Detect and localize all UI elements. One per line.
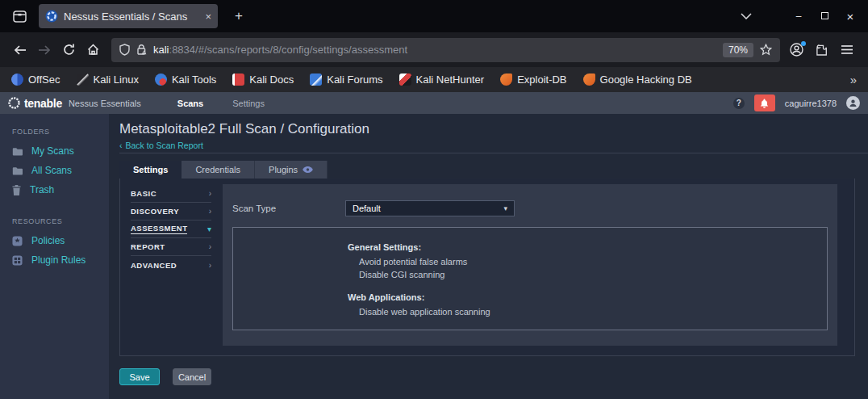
sidebar-item-policies[interactable]: Policies [0, 231, 109, 250]
bookmarks-overflow-icon[interactable]: » [850, 73, 857, 86]
sidebar-item-plugin-rules[interactable]: Plugin Rules [0, 250, 109, 270]
summary-heading: General Settings: [348, 242, 827, 252]
minimize-button[interactable]: – [786, 10, 812, 22]
back-to-scan-report-link[interactable]: ‹ Back to Scan Report [119, 141, 868, 150]
url-text[interactable]: kali:8834/#/scans/reports/8/config/setti… [153, 44, 716, 56]
summary-heading: Web Applications: [348, 292, 827, 302]
tab-close-icon[interactable]: × [205, 10, 211, 23]
help-icon[interactable]: ? [733, 98, 745, 109]
tab-label: Plugins [269, 165, 298, 174]
bookmark-exploit-db[interactable]: Exploit-DB [500, 74, 566, 86]
maximize-icon [821, 12, 828, 19]
sidebar-item-trash[interactable]: Trash [0, 180, 109, 200]
scan-type-dropdown[interactable]: Default ▾ [345, 200, 515, 216]
save-button[interactable]: Save [119, 368, 160, 385]
scan-type-value: Default [353, 204, 381, 213]
settings-nav-label: DISCOVERY [131, 207, 179, 216]
close-button[interactable]: × [837, 10, 863, 23]
new-tab-button[interactable]: + [229, 8, 248, 24]
tab-label: Credentials [195, 165, 240, 174]
bookmark-kali-tools[interactable]: Kali Tools [155, 74, 216, 86]
tab-label: Settings [133, 165, 168, 174]
lock-warning-icon[interactable] [136, 44, 147, 56]
summary-group-general: General Settings: Avoid potential false … [348, 242, 827, 281]
kali-tools-icon [155, 74, 167, 86]
reload-icon[interactable] [56, 38, 81, 62]
notifications-bell-button[interactable] [754, 94, 775, 111]
nessus-nav: Scans Settings [177, 99, 265, 108]
bookmark-label: Kali Forums [327, 74, 382, 86]
offsec-icon [11, 74, 23, 86]
username[interactable]: caguirre1378 [785, 99, 837, 108]
settings-summary-box: General Settings: Avoid potential false … [232, 227, 828, 330]
settings-nav: BASIC › DISCOVERY › ASSESSMENT ▾ REPORT … [131, 185, 211, 274]
forward-icon[interactable] [32, 38, 56, 62]
bookmark-kali-forums[interactable]: Kali Forums [310, 74, 382, 86]
shield-icon[interactable] [119, 44, 130, 56]
tab-plugins[interactable]: Plugins [255, 161, 328, 178]
user-avatar-icon[interactable] [846, 96, 860, 110]
bookmark-kali-docs[interactable]: Kali Docs [232, 74, 294, 86]
zoom-level-badge[interactable]: 70% [723, 43, 753, 57]
url-bar[interactable]: kali:8834/#/scans/reports/8/config/setti… [111, 38, 780, 62]
tenable-logo[interactable]: tenable Nessus Essentials [8, 97, 141, 110]
folder-icon [12, 147, 23, 156]
maximize-button[interactable] [812, 10, 837, 22]
bookmark-kali-linux[interactable]: Kali Linux [77, 74, 139, 86]
nav-scans[interactable]: Scans [177, 99, 203, 108]
tab-settings[interactable]: Settings [119, 161, 182, 178]
browser-toolbar: kali:8834/#/scans/reports/8/config/setti… [0, 32, 868, 67]
page-header: Metasploitable2 Full Scan / Configuratio… [119, 114, 868, 153]
settings-nav-label: REPORT [131, 242, 165, 251]
back-chevron-icon: ‹ [119, 141, 123, 150]
cancel-button[interactable]: Cancel [173, 368, 211, 385]
nav-settings[interactable]: Settings [232, 99, 265, 108]
settings-nav-label: ASSESSMENT [131, 224, 187, 234]
sidebar-item-my-scans[interactable]: My Scans [0, 141, 109, 161]
bookmark-kali-nethunter[interactable]: Kali NetHunter [399, 74, 485, 86]
policies-badge-icon [12, 236, 23, 246]
home-icon[interactable] [81, 38, 105, 62]
account-icon[interactable] [790, 43, 803, 57]
browser-tab[interactable]: Nessus Essentials / Scans × [39, 4, 218, 28]
extensions-puzzle-icon[interactable] [816, 44, 828, 57]
summary-item: Disable CGI scanning [359, 268, 827, 281]
bookmark-star-icon[interactable] [760, 44, 772, 56]
sidebar-item-all-scans[interactable]: All Scans [0, 161, 109, 180]
bookmark-google-hacking-db[interactable]: Google Hacking DB [583, 74, 692, 86]
bookmark-label: Kali NetHunter [416, 74, 485, 86]
settings-nav-basic[interactable]: BASIC › [131, 185, 211, 203]
bookmark-label: Exploit-DB [517, 74, 566, 86]
assessment-form: Scan Type Default ▾ General Settings: Av… [223, 184, 837, 346]
nessus-favicon [45, 10, 58, 23]
summary-group-web-applications: Web Applications: Disable web applicatio… [348, 292, 827, 318]
back-icon[interactable] [8, 38, 32, 62]
settings-nav-report[interactable]: REPORT › [131, 238, 211, 256]
chevron-right-icon: › [209, 261, 211, 270]
firefox-view-icon[interactable] [10, 6, 29, 26]
tenable-ring-icon [8, 97, 20, 109]
url-host: kali [153, 44, 169, 56]
settings-nav-discovery[interactable]: DISCOVERY › [131, 203, 211, 220]
back-link-label: Back to Scan Report [126, 141, 203, 150]
main-content: Metasploitable2 Full Scan / Configuratio… [109, 114, 868, 399]
sidebar-item-label: Plugin Rules [31, 254, 86, 266]
tab-list-chevron-icon[interactable] [741, 13, 752, 19]
kali-nethunter-icon [399, 74, 411, 86]
tab-credentials[interactable]: Credentials [182, 161, 255, 178]
bookmark-label: Kali Docs [249, 74, 294, 86]
settings-nav-assessment[interactable]: ASSESSMENT ▾ [131, 220, 211, 238]
sidebar-item-label: My Scans [31, 145, 74, 157]
bookmark-label: Google Hacking DB [600, 74, 692, 86]
kali-docs-icon [232, 74, 244, 86]
chevron-down-icon: ▾ [207, 225, 211, 233]
eye-icon [303, 166, 313, 173]
sidebar-section-folders: FOLDERS [12, 128, 109, 136]
nessus-header-right: ? caguirre1378 [733, 94, 860, 111]
bookmark-offsec[interactable]: OffSec [11, 74, 61, 86]
bookmark-label: Kali Linux [94, 74, 139, 86]
settings-nav-advanced[interactable]: ADVANCED › [131, 256, 211, 274]
menu-hamburger-icon[interactable] [841, 44, 853, 55]
summary-item: Disable web application scanning [359, 305, 827, 318]
settings-panel: BASIC › DISCOVERY › ASSESSMENT ▾ REPORT … [119, 178, 855, 356]
